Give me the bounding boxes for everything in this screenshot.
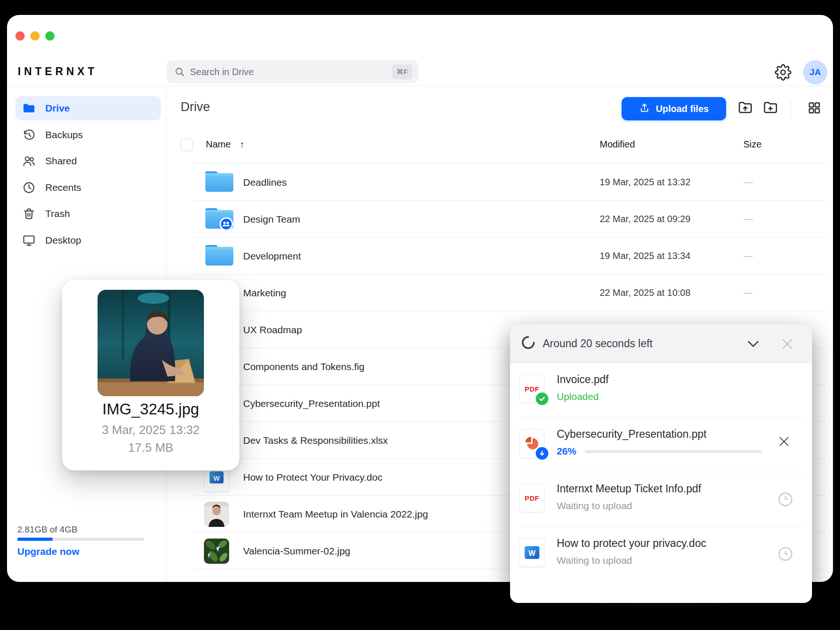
cancel-upload-button[interactable] <box>776 434 792 451</box>
select-all-checkbox[interactable] <box>181 139 193 151</box>
svg-text:W: W <box>213 474 220 482</box>
shared-users-icon <box>22 154 36 168</box>
pending-clock-icon <box>777 546 794 564</box>
upload-item: PDF Invoice.pdf Uploaded <box>510 363 812 418</box>
upload-item: Cybersecurity_Presentation.ppt 26% <box>510 418 812 472</box>
upload-file-name: Cybersecurity_Presentation.ppt <box>557 428 707 441</box>
grid-view-button[interactable] <box>805 100 823 118</box>
upload-status: Waiting to upload <box>557 555 632 566</box>
photo-leaves-icon <box>204 539 229 564</box>
file-row[interactable]: Marketing 22 Mar, 2025 at 10:08 — <box>173 274 826 311</box>
search-icon <box>175 67 185 79</box>
collapse-panel-button[interactable] <box>746 337 761 352</box>
sidebar-item-recents[interactable]: Recents <box>15 175 161 200</box>
avatar[interactable]: JA <box>803 60 827 84</box>
file-name: Components and Tokens.fig <box>243 348 364 385</box>
search-input[interactable]: Search in Drive ⌘F <box>167 60 418 84</box>
file-size: — <box>743 238 753 274</box>
upload-item: PDF Internxt Meetup Ticket Info.pdf Wait… <box>510 472 812 527</box>
preview-date: 3 Mar, 2025 13:32 <box>62 423 239 437</box>
upload-file-name: Internxt Meetup Ticket Info.pdf <box>557 483 701 495</box>
pending-clock-icon <box>777 491 794 510</box>
upload-progress-label: 26% <box>557 446 576 457</box>
file-size: — <box>743 201 753 238</box>
upload-folder-button[interactable] <box>736 100 754 118</box>
folder-plus-icon <box>763 100 778 118</box>
close-icon <box>780 345 795 353</box>
doc-file-icon: W <box>519 538 545 567</box>
file-preview-card: IMG_3245.jpg 3 Mar, 2025 13:32 17.5 MB <box>62 280 239 470</box>
trash-icon <box>22 207 36 220</box>
desktop-monitor-icon <box>22 234 36 247</box>
gear-icon <box>775 74 791 82</box>
file-name: Marketing <box>243 274 286 311</box>
sidebar-item-label: Desktop <box>45 235 81 246</box>
storage-progress-bar <box>17 538 144 541</box>
recents-clock-icon <box>22 181 36 194</box>
file-size: — <box>743 164 753 201</box>
column-header-modified[interactable]: Modified <box>600 139 635 150</box>
minimize-window-button[interactable] <box>30 31 40 41</box>
file-name: UX Roadmap <box>243 311 302 348</box>
downloading-badge-icon <box>534 446 550 461</box>
file-row[interactable]: Deadlines 19 Mar, 2025 at 13:32 — <box>173 164 826 201</box>
new-folder-button[interactable] <box>762 100 779 118</box>
spinner-icon <box>521 336 535 351</box>
sidebar-item-label: Shared <box>45 155 77 167</box>
file-modified: 22 Mar, 2025 at 10:08 <box>600 274 691 311</box>
column-header-size[interactable]: Size <box>743 139 762 150</box>
upgrade-link[interactable]: Upgrade now <box>17 546 79 557</box>
upload-file-name: How to protect your privacy.doc <box>557 537 706 550</box>
zoom-window-button[interactable] <box>45 31 55 41</box>
sidebar-item-label: Trash <box>45 208 70 219</box>
sidebar-item-shared[interactable]: Shared <box>15 149 161 173</box>
file-name: Internxt Team Meetup in Valencia 2022.jp… <box>243 496 428 532</box>
folder-icon <box>204 169 235 196</box>
upload-files-button[interactable]: Upload files <box>622 97 726 120</box>
upload-time-remaining: Around 20 seconds left <box>543 324 652 363</box>
svg-text:W: W <box>529 549 536 557</box>
file-name: Design Team <box>243 201 300 238</box>
file-row[interactable]: Design Team 22 Mar, 2025 at 09:29 — <box>173 201 826 238</box>
file-name: Dev Tasks & Responsibilities.xlsx <box>243 422 388 459</box>
upload-files-label: Upload files <box>656 104 708 114</box>
folder-upload-icon <box>737 100 753 118</box>
folder-shared-icon <box>204 206 235 232</box>
internxt-logo: INTERNXT <box>18 65 98 78</box>
file-row[interactable]: Development 19 Mar, 2025 at 13:34 — <box>173 238 826 274</box>
sidebar-item-backups[interactable]: Backups <box>15 123 161 147</box>
search-placeholder: Search in Drive <box>190 60 254 84</box>
sidebar-item-trash[interactable]: Trash <box>15 202 161 226</box>
chevron-down-icon <box>746 344 761 352</box>
drive-folder-icon <box>22 102 36 115</box>
file-name: Cybersecurity_Presentation.ppt <box>243 385 380 422</box>
settings-button[interactable] <box>775 64 791 83</box>
upload-progress-panel: Around 20 seconds left PDF Invoice.pdf U… <box>510 324 812 603</box>
file-name: Development <box>243 238 301 274</box>
file-modified: 19 Mar, 2025 at 13:32 <box>600 164 691 201</box>
upload-file-name: Invoice.pdf <box>557 373 609 386</box>
file-name: Valencia-Summer-02.jpg <box>243 532 350 569</box>
file-size: — <box>743 274 753 311</box>
upload-progress-bar <box>585 450 762 453</box>
upload-item: W How to protect your privacy.doc Waitin… <box>510 527 812 581</box>
close-panel-button[interactable] <box>780 336 795 353</box>
page-title: Drive <box>181 100 210 114</box>
close-window-button[interactable] <box>15 31 25 41</box>
upload-status: Waiting to upload <box>557 500 632 511</box>
pdf-file-icon: PDF <box>519 483 545 512</box>
sidebar-item-label: Backups <box>45 129 83 140</box>
sidebar-item-label: Recents <box>45 182 81 193</box>
preview-image <box>98 290 204 396</box>
storage-usage: 2.81GB of 4GB <box>17 525 77 535</box>
backups-history-icon <box>22 128 36 141</box>
file-modified: 19 Mar, 2025 at 13:34 <box>600 238 691 274</box>
column-header-name[interactable]: Name ↑ <box>206 139 244 150</box>
preview-size: 17.5 MB <box>62 441 239 455</box>
file-name: How to Protect Your Privacy.doc <box>243 459 382 496</box>
sidebar-item-desktop[interactable]: Desktop <box>15 228 161 252</box>
search-shortcut-badge: ⌘F <box>392 64 413 79</box>
photo-person-icon <box>204 502 229 527</box>
check-badge-icon <box>534 391 550 406</box>
sidebar-item-drive[interactable]: Drive <box>15 96 161 120</box>
